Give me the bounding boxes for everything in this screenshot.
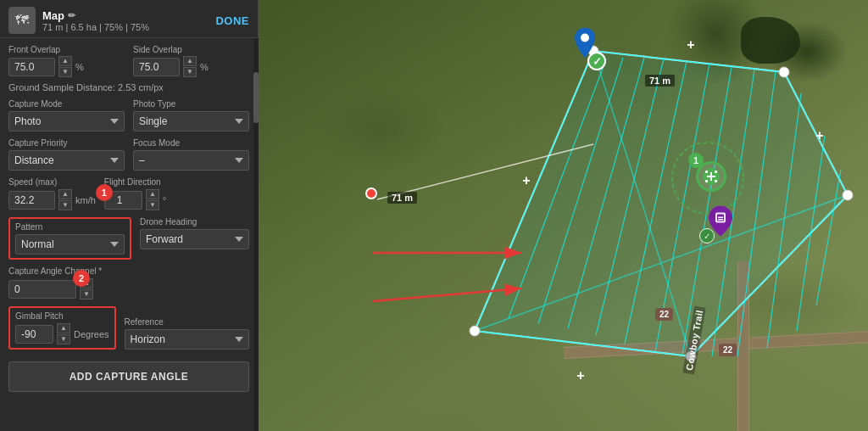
gimbal-unit: Degrees — [74, 329, 109, 339]
done-button[interactable]: DONE — [215, 14, 249, 27]
badge-1: 1 — [96, 184, 113, 201]
focus-mode-label: Focus Mode — [133, 138, 249, 148]
front-overlap-label: Front Overlap — [8, 45, 125, 54]
side-overlap-input-row: ▲ ▼ % — [133, 56, 249, 77]
photo-type-label: Photo Type — [133, 99, 249, 109]
gimbal-up[interactable]: ▲ — [57, 323, 70, 333]
takeoff-marker: ✓ — [587, 52, 606, 70]
map-title-row: Map ✏ — [42, 9, 149, 22]
front-overlap-up[interactable]: ▲ — [58, 56, 72, 66]
panel-scrollbar[interactable] — [253, 38, 259, 431]
speed-group: Speed (max) ▲ ▼ km/h — [8, 177, 96, 210]
start-marker — [365, 188, 377, 199]
svg-rect-34 — [715, 171, 717, 173]
drone-number-1: 1 — [688, 153, 704, 168]
drone-heading-label: Drone Heading — [140, 217, 249, 227]
gimbal-down[interactable]: ▼ — [57, 334, 70, 344]
gimbal-input-row: ▲ ▼ Degrees — [15, 323, 109, 344]
map-area: + + + + — [259, 0, 868, 431]
photo-type-group: Photo Type Single Burst — [133, 99, 249, 132]
focus-mode-select[interactable]: – Auto Manual — [133, 150, 249, 171]
front-overlap-input[interactable] — [8, 58, 55, 76]
side-overlap-down[interactable]: ▼ — [183, 67, 197, 77]
terrain-overlay — [259, 0, 868, 431]
flight-direction-spinner: ▲ ▼ — [146, 189, 159, 210]
gsd-row: Ground Sample Distance: 2.53 cm/px — [8, 82, 249, 92]
speed-unit: km/h — [75, 195, 96, 205]
capture-priority-label: Capture Priority — [8, 138, 125, 148]
gsd-value: 2.53 cm/px — [118, 82, 164, 92]
distance-label-left: 71 m — [387, 192, 417, 204]
left-panel: 🗺 Map ✏ 71 m | 6.5 ha | 75% | 75% DONE F… — [0, 0, 259, 431]
route-check: ✓ — [699, 228, 715, 243]
route-badge-22b: 22 — [719, 344, 737, 356]
capture-angle-channel-input-row: 2 ▲ ▼ — [8, 278, 249, 299]
speed-direction-row: Speed (max) ▲ ▼ km/h Flight Direction 1 — [8, 177, 249, 210]
route-badge-22a: 22 — [655, 308, 673, 321]
gimbal-reference-row: Gimbal Pitch ▲ ▼ Degrees Reference Horiz… — [8, 306, 249, 350]
capture-angle-channel-down[interactable]: ▼ — [80, 289, 93, 299]
map-title-block: Map ✏ 71 m | 6.5 ha | 75% | 75% — [42, 9, 149, 32]
pattern-group: Pattern Normal Double Grid Crosshatch — [8, 217, 131, 260]
map-icon: 🗺 — [8, 7, 36, 34]
drone-heading-select[interactable]: Forward Backward Custom — [140, 229, 249, 249]
capture-mode-row: Capture Mode Photo Video Photo Type Sing… — [8, 99, 249, 132]
svg-rect-35 — [705, 180, 708, 182]
side-overlap-up[interactable]: ▲ — [183, 56, 197, 66]
capture-priority-group: Capture Priority Distance Time — [8, 138, 125, 171]
side-overlap-group: Side Overlap ▲ ▼ % — [133, 45, 249, 77]
edit-icon[interactable]: ✏ — [68, 10, 75, 21]
flight-dir-up[interactable]: ▲ — [146, 189, 159, 199]
capture-angle-channel-group: Capture Angle Channel * 2 ▲ ▼ — [8, 266, 249, 299]
svg-rect-40 — [718, 219, 723, 221]
svg-rect-36 — [715, 180, 717, 182]
photo-type-select[interactable]: Single Burst — [133, 111, 249, 132]
gimbal-spinner: ▲ ▼ — [57, 323, 70, 344]
pattern-select[interactable]: Normal Double Grid Crosshatch — [15, 234, 125, 255]
reference-label: Reference — [125, 317, 249, 327]
capture-priority-select[interactable]: Distance Time — [8, 150, 125, 171]
capture-angle-channel-label: Capture Angle Channel * — [8, 266, 249, 276]
flight-dir-down[interactable]: ▼ — [146, 200, 159, 210]
capture-mode-select[interactable]: Photo Video — [8, 111, 125, 132]
map-subtitle: 71 m | 6.5 ha | 75% | 75% — [42, 22, 149, 32]
speed-down[interactable]: ▼ — [58, 200, 72, 210]
overlap-row: Front Overlap ▲ ▼ % Side Overlap ▲ ▼ — [8, 45, 249, 77]
distance-label-top: 71 m — [645, 75, 675, 87]
pattern-heading-row: Pattern Normal Double Grid Crosshatch Dr… — [8, 217, 249, 260]
front-overlap-group: Front Overlap ▲ ▼ % — [8, 45, 125, 77]
pattern-label: Pattern — [15, 222, 125, 232]
side-overlap-input[interactable] — [133, 58, 180, 76]
reference-select[interactable]: Horizon Nadir — [125, 329, 249, 350]
road-vertical — [737, 261, 749, 431]
gimbal-pitch-input[interactable] — [15, 325, 53, 344]
speed-input[interactable] — [8, 191, 55, 210]
front-overlap-unit: % — [75, 62, 84, 72]
panel-scrollbar-thumb — [253, 72, 259, 123]
front-overlap-spinner: ▲ ▼ — [58, 56, 72, 77]
gsd-label: Ground Sample Distance: — [8, 82, 115, 92]
side-overlap-spinner: ▲ ▼ — [183, 56, 197, 77]
drone-heading-group: Drone Heading Forward Backward Custom — [140, 217, 249, 260]
header-left: 🗺 Map ✏ 71 m | 6.5 ha | 75% | 75% — [8, 7, 149, 34]
speed-input-row: ▲ ▼ km/h — [8, 189, 96, 210]
svg-rect-33 — [705, 171, 708, 173]
panel-content: Front Overlap ▲ ▼ % Side Overlap ▲ ▼ — [0, 38, 258, 431]
gimbal-pitch-group: Gimbal Pitch ▲ ▼ Degrees — [8, 306, 116, 350]
capture-mode-group: Capture Mode Photo Video — [8, 99, 125, 132]
front-overlap-down[interactable]: ▼ — [58, 67, 72, 77]
flight-direction-group: Flight Direction 1 ▲ ▼ ° — [104, 177, 166, 210]
capture-angle-channel-row: Capture Angle Channel * 2 ▲ ▼ — [8, 266, 249, 299]
add-capture-angle-button[interactable]: ADD CAPTURE ANGLE — [8, 361, 249, 392]
speed-up[interactable]: ▲ — [58, 189, 72, 199]
gimbal-pitch-label: Gimbal Pitch — [15, 311, 109, 321]
map-title: Map — [42, 9, 64, 22]
reference-group: Reference Horizon Nadir — [125, 317, 249, 350]
svg-rect-32 — [710, 172, 712, 181]
flight-direction-label: Flight Direction — [104, 177, 166, 187]
front-overlap-input-row: ▲ ▼ % — [8, 56, 125, 77]
capture-angle-channel-input[interactable] — [8, 280, 76, 299]
side-overlap-label: Side Overlap — [133, 45, 249, 54]
badge-2: 2 — [73, 270, 90, 287]
focus-mode-group: Focus Mode – Auto Manual — [133, 138, 249, 171]
